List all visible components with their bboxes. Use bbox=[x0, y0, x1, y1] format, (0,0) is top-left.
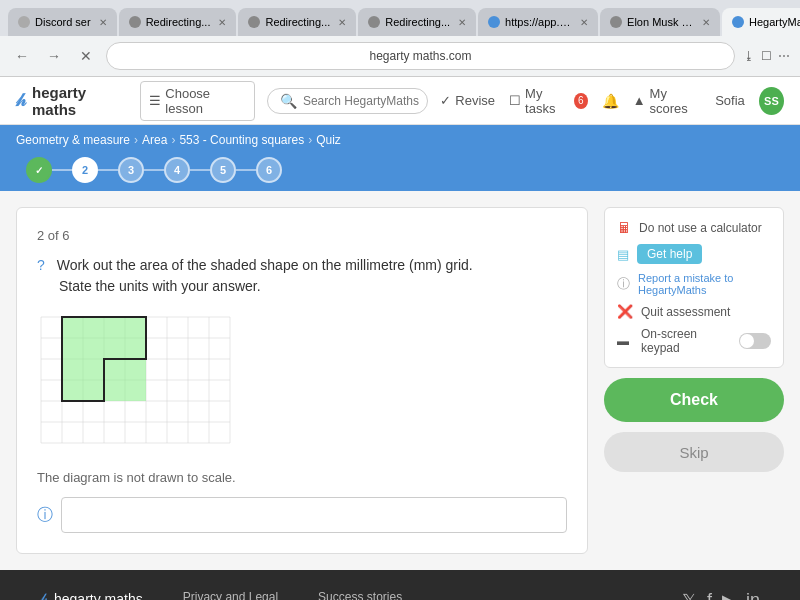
step-circle-2[interactable]: 2 bbox=[72, 157, 98, 183]
breadcrumb-sep-3: › bbox=[308, 133, 312, 147]
onscreen-keypad-item[interactable]: ▬ On-screen keypad bbox=[617, 327, 771, 355]
breadcrumb-bar: Geometry & measure › Area › 553 - Counti… bbox=[0, 125, 800, 191]
question-icon: ? bbox=[37, 257, 45, 273]
revise-button[interactable]: ✓ Revise bbox=[440, 93, 495, 108]
search-bar[interactable]: 🔍 bbox=[267, 88, 428, 114]
tasks-icon: ☐ bbox=[509, 93, 521, 108]
tab-close-icon[interactable]: ✕ bbox=[458, 17, 466, 28]
quit-assessment-item[interactable]: ❌ Quit assessment bbox=[617, 304, 771, 319]
tab-label: Redirecting... bbox=[146, 16, 211, 28]
tab-close-icon[interactable]: ✕ bbox=[702, 17, 710, 28]
revise-label: Revise bbox=[455, 93, 495, 108]
success-stories-link[interactable]: Success stories bbox=[318, 590, 402, 600]
tab-close-icon[interactable]: ✕ bbox=[338, 17, 346, 28]
toggle-knob bbox=[740, 334, 754, 348]
tab-redirecting-1[interactable]: Redirecting... ✕ bbox=[119, 8, 237, 36]
avatar[interactable]: SS bbox=[759, 87, 784, 115]
choose-lesson-button[interactable]: ☰ Choose lesson bbox=[140, 81, 255, 121]
step-circle-6[interactable]: 6 bbox=[256, 157, 282, 183]
skip-button[interactable]: Skip bbox=[604, 432, 784, 472]
tab-redirecting-2[interactable]: Redirecting... ✕ bbox=[238, 8, 356, 36]
bell-icon[interactable]: 🔔 bbox=[602, 93, 619, 109]
get-help-button[interactable]: Get help bbox=[637, 244, 702, 264]
tab-https[interactable]: https://app.ta... ✕ bbox=[478, 8, 598, 36]
step-5[interactable]: 5 bbox=[210, 157, 236, 183]
calculator-icon: 🖩 bbox=[617, 220, 631, 236]
footer-links-col1: Privacy and Legal Our story bbox=[183, 590, 278, 600]
my-scores-button[interactable]: ▲ My scores bbox=[633, 86, 702, 116]
facebook-icon[interactable]: f bbox=[707, 590, 712, 600]
reload-button[interactable]: ✕ bbox=[74, 44, 98, 68]
tab-favicon bbox=[488, 16, 500, 28]
search-icon: 🔍 bbox=[280, 93, 297, 109]
breadcrumb-sep-1: › bbox=[134, 133, 138, 147]
header-actions: ✓ Revise ☐ My tasks 6 🔔 ▲ My scores Sofi… bbox=[440, 86, 784, 116]
forward-button[interactable]: → bbox=[42, 44, 66, 68]
breadcrumb-item-2[interactable]: Area bbox=[142, 133, 167, 147]
youtube-icon[interactable]: ▶ bbox=[722, 590, 736, 600]
tab-redirecting-3[interactable]: Redirecting... ✕ bbox=[358, 8, 476, 36]
my-tasks-label: My tasks bbox=[525, 86, 570, 116]
profile-icon[interactable]: ☐ bbox=[761, 49, 772, 63]
footer-logo-text: hegarty maths bbox=[54, 591, 143, 601]
tab-close-icon[interactable]: ✕ bbox=[99, 17, 107, 28]
step-2[interactable]: 2 bbox=[72, 157, 98, 183]
twitter-icon[interactable]: 𝕏 bbox=[682, 590, 697, 600]
my-scores-label: My scores bbox=[650, 86, 702, 116]
search-input[interactable] bbox=[303, 94, 423, 108]
step-circle-3[interactable]: 3 bbox=[118, 157, 144, 183]
tab-elon[interactable]: Elon Musk | Te... ✕ bbox=[600, 8, 720, 36]
footer-links-col2: Success stories Press bbox=[318, 590, 402, 600]
step-circle-4[interactable]: 4 bbox=[164, 157, 190, 183]
menu-icon[interactable]: ⋯ bbox=[778, 49, 790, 63]
tab-label: HegartyMaths bbox=[749, 16, 800, 28]
step-connector-5 bbox=[236, 169, 256, 171]
tab-favicon bbox=[368, 16, 380, 28]
download-icon[interactable]: ⭳ bbox=[743, 49, 755, 63]
main-content: 2 of 6 ? Work out the area of the shaded… bbox=[0, 191, 800, 570]
step-4[interactable]: 4 bbox=[164, 157, 190, 183]
my-tasks-button[interactable]: ☐ My tasks 6 bbox=[509, 86, 588, 116]
footer-logo-icon: 𝒽 bbox=[40, 590, 48, 600]
step-6[interactable]: 6 bbox=[256, 157, 282, 183]
answer-icon: ⓘ bbox=[37, 505, 53, 526]
sidebar-info: 🖩 Do not use a calculator ▤ Get help ⓘ R… bbox=[604, 207, 784, 368]
breadcrumb-item-1[interactable]: Geometry & measure bbox=[16, 133, 130, 147]
privacy-link[interactable]: Privacy and Legal bbox=[183, 590, 278, 600]
grid-diagram bbox=[37, 313, 247, 458]
answer-input[interactable] bbox=[61, 497, 567, 533]
answer-row: ⓘ bbox=[37, 497, 567, 533]
tab-close-icon[interactable]: ✕ bbox=[218, 17, 226, 28]
check-button[interactable]: Check bbox=[604, 378, 784, 422]
grid-container bbox=[37, 313, 567, 458]
social-icons: 𝕏 f ▶ in bbox=[682, 590, 760, 600]
step-1[interactable]: ✓ bbox=[26, 157, 52, 183]
tab-favicon bbox=[18, 16, 30, 28]
question-line1: Work out the area of the shaded shape on… bbox=[57, 257, 473, 273]
address-bar[interactable]: hegarty maths.com bbox=[106, 42, 735, 70]
choose-lesson-icon: ☰ bbox=[149, 93, 161, 108]
logo: 𝒽 hegarty maths bbox=[16, 84, 128, 118]
keypad-toggle[interactable] bbox=[739, 333, 771, 349]
tab-label: Discord ser bbox=[35, 16, 91, 28]
tab-close-icon[interactable]: ✕ bbox=[580, 17, 588, 28]
step-connector-1 bbox=[52, 169, 72, 171]
tab-favicon bbox=[732, 16, 744, 28]
get-help-item[interactable]: ▤ Get help bbox=[617, 244, 771, 264]
tasks-badge: 6 bbox=[574, 93, 588, 109]
step-circle-5[interactable]: 5 bbox=[210, 157, 236, 183]
step-circle-1[interactable]: ✓ bbox=[26, 157, 52, 183]
tab-hegarty[interactable]: HegartyMaths ✕ bbox=[722, 8, 800, 36]
footer-logo: 𝒽 hegarty maths bbox=[40, 590, 143, 600]
report-mistake-item[interactable]: ⓘ Report a mistake to HegartyMaths bbox=[617, 272, 771, 296]
back-button[interactable]: ← bbox=[10, 44, 34, 68]
quit-assessment-label: Quit assessment bbox=[641, 305, 730, 319]
tab-favicon bbox=[248, 16, 260, 28]
step-3[interactable]: 3 bbox=[118, 157, 144, 183]
footer: 𝒽 hegarty maths Privacy and Legal Our st… bbox=[0, 570, 800, 600]
linkedin-icon[interactable]: in bbox=[746, 590, 760, 600]
tab-discord[interactable]: Discord ser ✕ bbox=[8, 8, 117, 36]
breadcrumb-item-3[interactable]: 553 - Counting squares bbox=[179, 133, 304, 147]
sidebar: 🖩 Do not use a calculator ▤ Get help ⓘ R… bbox=[604, 207, 784, 554]
breadcrumb-sep-2: › bbox=[171, 133, 175, 147]
